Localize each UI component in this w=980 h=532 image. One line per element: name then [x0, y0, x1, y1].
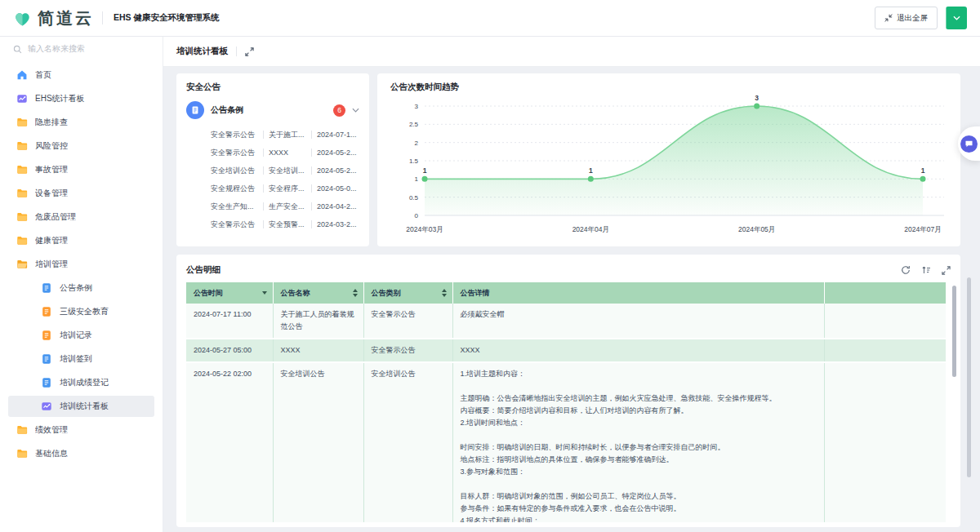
trend-chart-title: 公告次数时间趋势 — [390, 82, 947, 93]
divider — [311, 220, 312, 228]
topbar: 简道云 EHS 健康安全环境管理系统 退出全屏 安装模板(带数据) — [0, 0, 980, 37]
svg-text:2.5: 2.5 — [409, 121, 419, 128]
divider — [263, 220, 264, 228]
cell-time: 2024-05-22 02:00 — [186, 362, 273, 522]
chevron-down-icon[interactable] — [352, 108, 359, 113]
sidebar-menu-item[interactable]: 培训管理 — [8, 254, 154, 275]
sidebar-menu-item[interactable]: 设备管理 — [8, 183, 154, 204]
menu-item-label: 健康管理 — [35, 235, 68, 246]
column-header[interactable]: 公告时间 — [186, 282, 273, 304]
menu-item-icon — [16, 188, 28, 199]
announcement-type: 安全生产知... — [211, 202, 258, 212]
table-row: 2024-07-17 11:00 关于施工人员的着装规范公告 安全警示公告 必须… — [186, 304, 946, 339]
divider — [311, 166, 312, 175]
announcement-list-item[interactable]: 安全生产知... 生产安全... 2024-04-2... — [186, 197, 359, 215]
cell-detail: 1.培训主题和内容： 主题明确：公告会清晰地指出安全培训的主题，例如火灾应急处理… — [452, 362, 824, 522]
column-header[interactable] — [824, 282, 946, 304]
announcement-name: 关于施工... — [269, 130, 306, 140]
svg-text:1.5: 1.5 — [409, 157, 419, 165]
menu-item-label: 培训签到 — [60, 353, 92, 365]
expand-fullscreen-icon[interactable] — [245, 47, 254, 56]
menu-item-icon — [41, 306, 52, 317]
sidebar-menu-item[interactable]: 隐患排查 — [8, 112, 154, 133]
menu-item-label: 培训成绩登记 — [60, 377, 109, 388]
sidebar-menu-item[interactable]: 培训统计看板 — [8, 396, 154, 417]
cell-empty — [824, 304, 946, 339]
table-viewport: 公告时间 公告名称 公告类别 — [186, 282, 951, 522]
cell-category: 安全警示公告 — [363, 304, 452, 339]
cell-name: 关于施工人员的着装规范公告 — [273, 304, 363, 339]
column-header[interactable]: 公告详情 — [452, 282, 824, 304]
menu-item-label: 隐患排查 — [35, 117, 68, 128]
page-title: 培训统计看板 — [176, 46, 228, 57]
sidebar-search-input[interactable]: 输入名称来搜索 — [13, 42, 149, 56]
menu-item-icon — [41, 401, 52, 412]
column-config-icon[interactable] — [921, 265, 931, 275]
announcement-list-item[interactable]: 安全警示公告 关于施工... 2024-07-1... — [186, 126, 359, 144]
svg-text:1: 1 — [921, 166, 925, 175]
column-header[interactable]: 公告类别 — [363, 282, 452, 304]
divider — [263, 131, 264, 139]
column-header[interactable]: 公告名称 — [273, 282, 363, 304]
announcement-list-item[interactable]: 安全警示公告 安全预警... 2024-03-2... — [186, 215, 359, 233]
menu-item-icon — [16, 164, 28, 175]
svg-text:2024年05月: 2024年05月 — [738, 225, 775, 233]
menu-item-icon — [16, 259, 28, 270]
announcement-name: 安全培训... — [269, 166, 306, 176]
menu-item-icon — [16, 424, 28, 436]
chat-bubble-icon — [960, 135, 978, 153]
menu-item-label: 培训记录 — [60, 330, 92, 341]
svg-text:3: 3 — [415, 103, 419, 110]
announcement-list-item[interactable]: 安全警示公告 XXXX 2024-05-2... — [186, 144, 359, 162]
announcement-table: 公告时间 公告名称 公告类别 — [186, 282, 946, 522]
page-titlebar: 培训统计看板 — [163, 37, 980, 66]
expand-table-icon[interactable] — [942, 266, 951, 275]
sidebar-menu-item[interactable]: 三级安全教育 — [8, 301, 154, 322]
sidebar-menu-item[interactable]: 培训记录 — [8, 325, 154, 346]
refresh-icon[interactable] — [901, 265, 911, 275]
svg-text:0: 0 — [415, 212, 419, 219]
search-placeholder: 输入名称来搜索 — [28, 43, 85, 55]
table-toolbar: 公告明细 — [186, 263, 951, 277]
announcement-date: 2024-07-1... — [317, 131, 359, 139]
menu-item-label: 三级安全教育 — [60, 306, 109, 317]
sidebar-menu-item[interactable]: 风险管控 — [8, 135, 154, 157]
announcement-list-item[interactable]: 安全规程公告 安全程序... 2024-05-0... — [186, 180, 359, 197]
trend-chart-panel: 公告次数时间趋势 00.511.522.5311312024年03月2024年0… — [377, 73, 960, 246]
table-body: 2024-07-17 11:00 关于施工人员的着装规范公告 安全警示公告 必须… — [186, 304, 946, 522]
page-scrollbar-thumb[interactable] — [967, 277, 971, 477]
sidebar-menu-item[interactable]: 健康管理 — [8, 230, 154, 251]
table-row: 2024-05-22 02:00 安全培训公告 安全培训公告 1.培训主题和内容… — [186, 362, 946, 522]
sidebar-menu-item[interactable]: 培训签到 — [8, 348, 154, 370]
table-scrollbar-thumb[interactable] — [952, 286, 956, 377]
sidebar-menu-item[interactable]: EHS统计看板 — [8, 88, 154, 109]
announcement-type: 安全警示公告 — [211, 130, 258, 140]
announcement-type: 安全培训公告 — [211, 166, 258, 176]
detail-panel-title: 公告明细 — [186, 264, 220, 276]
sidebar-menu-item[interactable]: 公告条例 — [8, 277, 154, 299]
cell-time: 2024-07-17 11:00 — [186, 304, 273, 339]
exit-fullscreen-button[interactable]: 退出全屏 — [875, 7, 938, 29]
sidebar-menu-item[interactable]: 基础信息 — [8, 443, 154, 464]
sidebar-menu-item[interactable]: 绩效管理 — [8, 419, 154, 441]
announcement-panel-title: 安全公告 — [186, 82, 359, 93]
topbar-divider — [102, 11, 103, 24]
announcement-type: 安全警示公告 — [211, 219, 258, 230]
announcement-group-label: 公告条例 — [211, 104, 327, 116]
cell-category: 安全警示公告 — [363, 339, 452, 362]
announcement-date: 2024-05-2... — [317, 166, 359, 175]
sort-icon — [442, 289, 447, 297]
install-template-button[interactable]: 安装模板(带数据) — [946, 7, 967, 29]
menu-item-label: 培训管理 — [35, 259, 68, 270]
divider — [311, 202, 312, 211]
sidebar-menu-item[interactable]: 事故管理 — [8, 159, 154, 180]
sidebar-menu-item[interactable]: 培训成绩登记 — [8, 372, 154, 393]
menu-item-label: 危废品管理 — [35, 211, 76, 223]
announcement-group-header[interactable]: 公告条例 6 — [186, 96, 359, 124]
sidebar-menu-item[interactable]: 首页 — [8, 64, 154, 86]
announcement-list-item[interactable]: 安全培训公告 安全培训... 2024-05-2... — [186, 162, 359, 180]
svg-text:1: 1 — [423, 166, 427, 175]
chevron-down-icon[interactable] — [947, 7, 967, 29]
divider — [311, 184, 312, 193]
sidebar-menu-item[interactable]: 危废品管理 — [8, 206, 154, 228]
